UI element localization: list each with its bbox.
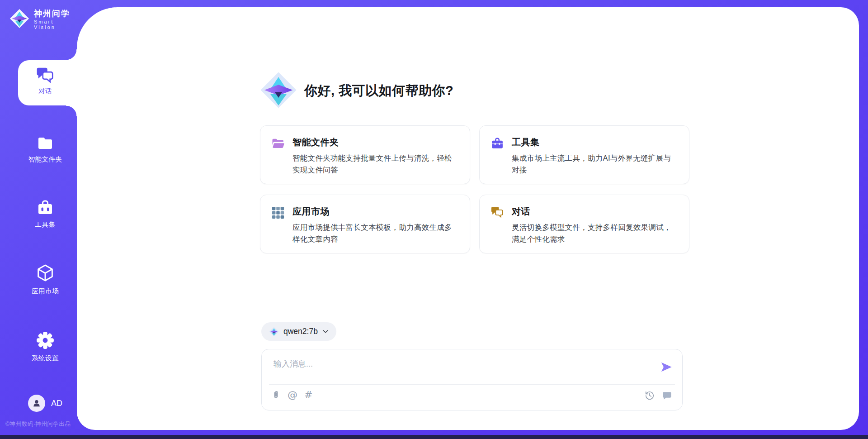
app-logo: 神州问学 Smart Vision — [9, 8, 77, 31]
message-input[interactable] — [273, 358, 636, 382]
app-tagline: Smart Vision — [34, 19, 77, 30]
mention-button[interactable]: @ — [288, 390, 297, 400]
chat-bubbles-icon — [14, 67, 77, 83]
sidebar-item-app-market[interactable]: 应用市场 — [14, 263, 77, 296]
chat-bubble-button[interactable] — [662, 391, 672, 401]
feature-cards: 智能文件夹 智能文件夹功能支持批量文件上传与清洗，轻松实现文件问答 工具集 集成… — [260, 125, 689, 253]
gear-icon — [14, 331, 77, 350]
model-name: qwen2:7b — [283, 327, 318, 336]
brand-diamond-icon — [9, 8, 30, 31]
sidebar-item-toolset[interactable]: 工具集 — [14, 199, 77, 229]
card-toolset[interactable]: 工具集 集成市场上主流工具，助力AI与外界无缝扩展与对接 — [479, 125, 689, 184]
sidebar-item-smart-folder[interactable]: 智能文件夹 — [14, 134, 77, 164]
card-app-market[interactable]: 应用市场 应用市场提供丰富长文本模板，助力高效生成多样化文章内容 — [260, 195, 470, 253]
card-title: 智能文件夹 — [292, 136, 459, 148]
greeting-diamond-icon — [259, 71, 298, 111]
card-description: 智能文件夹功能支持批量文件上传与清洗，轻松实现文件问答 — [292, 153, 459, 176]
bottom-dark-bar — [0, 435, 868, 439]
chevron-down-icon — [322, 329, 329, 334]
cube-icon — [14, 263, 77, 283]
briefcase-icon — [491, 137, 504, 150]
sidebar-item-label: 智能文件夹 — [14, 155, 77, 164]
tab-fillet-top — [66, 49, 77, 60]
folder-icon — [14, 134, 77, 151]
sidebar-item-label: 对话 — [14, 87, 77, 95]
attach-file-button[interactable] — [271, 390, 281, 401]
history-button[interactable] — [645, 391, 655, 401]
chat-bubbles-icon — [491, 206, 504, 220]
tab-fillet-bottom — [66, 105, 77, 116]
sidebar-item-label: 系统设置 — [14, 354, 77, 363]
card-chat[interactable]: 对话 灵活切换多模型文件，支持多样回复效果调试，满足个性化需求 — [479, 195, 689, 253]
card-description: 集成市场上主流工具，助力AI与外界无缝扩展与对接 — [512, 153, 678, 176]
card-title: 工具集 — [512, 136, 678, 148]
card-smart-folder[interactable]: 智能文件夹 智能文件夹功能支持批量文件上传与清洗，轻松实现文件问答 — [260, 125, 470, 184]
sidebar-item-chat[interactable]: 对话 — [14, 67, 77, 95]
sidebar-item-label: 工具集 — [14, 220, 77, 229]
avatar — [28, 395, 45, 412]
app-name: 神州问学 — [34, 9, 70, 18]
model-selector[interactable]: qwen2:7b — [261, 322, 336, 341]
sidebar-item-settings[interactable]: 系统设置 — [14, 331, 77, 363]
composer-divider — [269, 384, 675, 385]
composer-tools-right — [645, 391, 672, 401]
card-description: 灵活切换多模型文件，支持多样回复效果调试，满足个性化需求 — [512, 222, 678, 245]
hashtag-button[interactable]: # — [304, 390, 312, 400]
copyright-footer: ©神州数码·神州问学出品 — [5, 420, 76, 428]
greeting: 你好, 我可以如何帮助你? — [259, 71, 453, 111]
user-initials: AD — [51, 399, 62, 408]
sidebar: 神州问学 Smart Vision 对话 智能文件夹 — [0, 0, 77, 439]
composer-tools-left: @ # — [271, 390, 312, 401]
message-composer: @ # — [261, 349, 683, 410]
model-diamond-icon — [269, 327, 279, 337]
folder-open-icon — [271, 137, 285, 150]
card-description: 应用市场提供丰富长文本模板，助力高效生成多样化文章内容 — [292, 222, 459, 245]
sidebar-item-label: 应用市场 — [14, 287, 77, 296]
card-title: 应用市场 — [292, 205, 459, 218]
card-title: 对话 — [512, 205, 678, 218]
briefcase-icon — [14, 199, 77, 216]
user-menu[interactable]: AD — [14, 395, 77, 412]
send-button[interactable] — [660, 361, 673, 374]
greeting-title: 你好, 我可以如何帮助你? — [304, 82, 453, 100]
grid-icon — [271, 206, 285, 220]
